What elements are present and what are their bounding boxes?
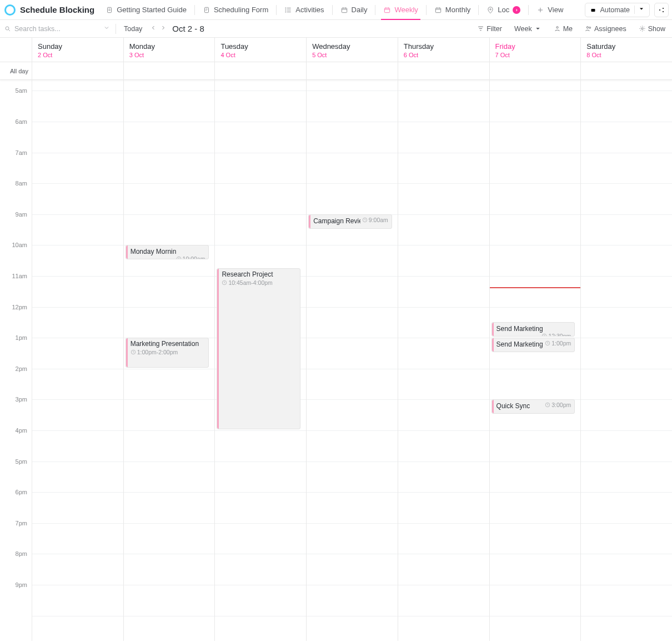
tab-daily[interactable]: Daily [335, 0, 373, 19]
search-placeholder: Search tasks... [14, 25, 61, 33]
calendar-event[interactable]: Send Marketing12:30pm [492, 322, 575, 337]
all-day-cell[interactable] [214, 62, 306, 79]
week-dropdown[interactable]: Week [512, 25, 544, 33]
tab-view[interactable]: View [531, 0, 569, 19]
day-header-thursday[interactable]: Thursday6 Oct [398, 38, 489, 62]
hour-label: 4pm [16, 427, 27, 434]
calendar-event[interactable]: Campaign Revie9:00am [308, 214, 392, 229]
day-column[interactable] [32, 80, 123, 641]
next-week-button[interactable] [160, 24, 167, 33]
hour-label: 8am [16, 180, 27, 187]
svg-point-2 [285, 7, 286, 8]
tab-getting-started-guide[interactable]: Getting Started Guide [100, 0, 192, 19]
calendar: Sunday2 OctMonday3 OctTuesday4 OctWednes… [0, 38, 672, 641]
hour-label: 6pm [16, 489, 27, 495]
all-day-cell[interactable] [580, 62, 672, 79]
hour-label: 8pm [16, 550, 27, 557]
all-day-cell[interactable] [489, 62, 581, 79]
calendar-grid[interactable]: 5am6am7am8am9am10am11am12pm1pm2pm3pm4pm5… [0, 80, 672, 641]
day-column[interactable] [580, 80, 672, 641]
robot-icon [590, 7, 596, 13]
svg-point-14 [663, 11, 664, 12]
hour-label: 10am [12, 242, 27, 248]
calendar-event[interactable]: Send Marketing1:00pm [492, 338, 575, 352]
cal-icon [383, 6, 391, 14]
tab-weekly[interactable]: Weekly [378, 0, 423, 19]
tab-loc[interactable]: Loc› [481, 0, 526, 19]
all-day-cell[interactable] [306, 62, 398, 79]
svg-rect-5 [342, 8, 347, 12]
page-title-block: Schedule Blocking [2, 4, 100, 16]
plus-icon [536, 6, 544, 14]
calendar-event[interactable]: Marketing Presentation1:00pm-2:00pm [126, 338, 209, 368]
chevron-down-icon[interactable] [103, 24, 110, 33]
tab-monthly[interactable]: Monthly [429, 0, 477, 19]
search-icon [4, 26, 11, 32]
clock-icon [541, 333, 547, 337]
chevron-down-icon [634, 6, 645, 14]
today-button[interactable]: Today [122, 25, 144, 33]
day-header-saturday[interactable]: Saturday8 Oct [580, 38, 672, 62]
day-column[interactable]: Campaign Revie9:00am [306, 80, 398, 641]
all-day-cell[interactable] [398, 62, 489, 79]
hour-label: 5am [16, 87, 27, 94]
day-column[interactable]: Research Project10:45am-4:00pm [214, 80, 306, 641]
all-day-label: All day [0, 62, 32, 79]
topbar-right-tools: Automate [585, 3, 672, 17]
date-range: Oct 2 - 8 [172, 24, 204, 33]
prev-week-button[interactable] [150, 24, 157, 33]
tab-label: Loc [498, 6, 509, 14]
tab-label: View [548, 6, 563, 14]
share-icon [658, 7, 665, 13]
all-day-row: All day [0, 62, 672, 80]
show-button[interactable]: Show [636, 25, 668, 33]
day-header-sunday[interactable]: Sunday2 Oct [32, 38, 123, 62]
list-icon [284, 6, 292, 14]
svg-rect-0 [108, 7, 112, 12]
calendar-event[interactable]: Monday Mornin10:00am [126, 245, 209, 259]
me-button[interactable]: Me [551, 25, 575, 33]
all-day-cell[interactable] [123, 62, 215, 79]
day-column[interactable] [398, 80, 489, 641]
day-header-monday[interactable]: Monday3 Oct [123, 38, 215, 62]
tab-label: Monthly [445, 6, 471, 14]
filter-button[interactable]: Filter [475, 25, 504, 33]
day-column[interactable]: Monday Mornin10:00amMarketing Presentati… [123, 80, 215, 641]
tab-label: Activities [295, 6, 324, 14]
svg-point-19 [641, 28, 643, 29]
hour-label: 7am [16, 149, 27, 156]
people-icon [585, 25, 592, 32]
now-indicator [490, 287, 581, 288]
cal-icon [340, 6, 348, 14]
all-day-cell[interactable] [32, 62, 123, 79]
tab-activities[interactable]: Activities [279, 0, 329, 19]
calendar-event[interactable]: Research Project10:45am-4:00pm [217, 268, 300, 429]
form-icon [203, 6, 210, 14]
top-bar: Schedule Blocking Getting Started GuideS… [0, 0, 672, 20]
svg-point-16 [556, 27, 558, 28]
filter-icon [477, 25, 484, 32]
tab-scheduling-form[interactable]: Scheduling Form [197, 0, 274, 19]
automate-button[interactable]: Automate [585, 3, 650, 17]
page-title: Schedule Blocking [20, 5, 94, 14]
clock-icon [131, 349, 136, 355]
svg-point-13 [663, 8, 664, 9]
hour-label: 3pm [16, 396, 27, 403]
day-column[interactable]: Send Marketing12:30pmSend Marketing1:00p… [489, 80, 581, 641]
svg-rect-9 [591, 9, 595, 12]
person-icon [554, 25, 561, 32]
app-logo-icon [4, 4, 16, 16]
day-header-wednesday[interactable]: Wednesday5 Oct [306, 38, 398, 62]
share-button[interactable] [654, 3, 669, 17]
search-input[interactable]: Search tasks... [4, 24, 110, 33]
svg-rect-6 [385, 8, 390, 12]
day-header-tuesday[interactable]: Tuesday4 Oct [214, 38, 306, 62]
svg-rect-1 [204, 7, 208, 12]
clock-icon [545, 340, 550, 346]
hour-label: 2pm [16, 365, 27, 372]
assignees-button[interactable]: Assignees [583, 25, 629, 33]
day-header-friday[interactable]: Friday7 Oct [489, 38, 581, 62]
calendar-event[interactable]: Quick Sync3:00pm [492, 399, 575, 414]
gear-icon [639, 25, 646, 32]
hour-label: 7pm [16, 520, 27, 526]
